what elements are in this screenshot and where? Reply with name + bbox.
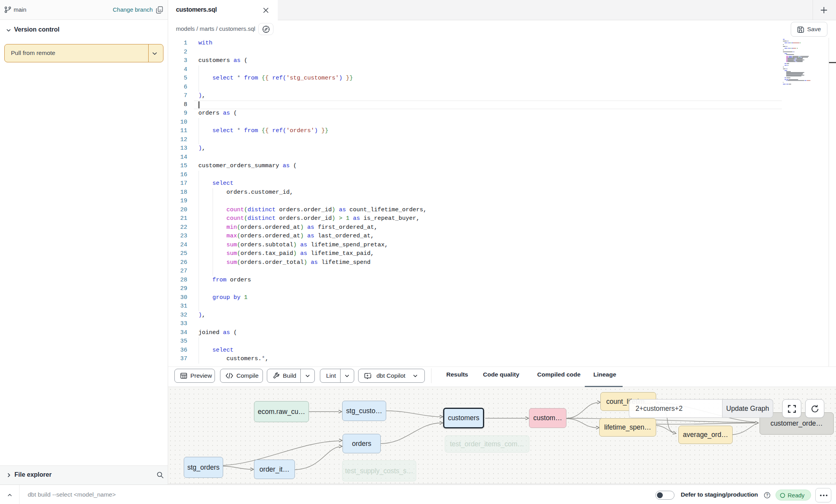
svg-text:?: ? — [766, 493, 768, 497]
